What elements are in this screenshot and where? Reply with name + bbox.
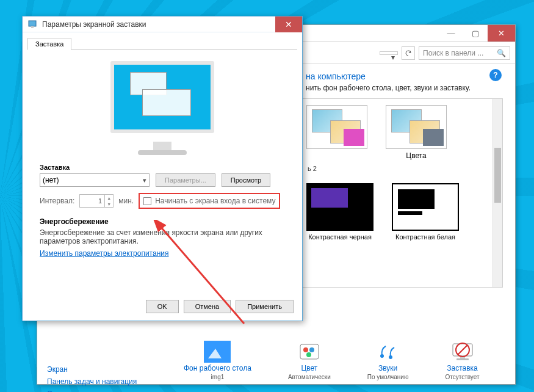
power-settings-link[interactable]: Изменить параметры электропитания	[40, 249, 168, 258]
spin-up-icon[interactable]: ▲	[105, 195, 113, 201]
help-button[interactable]: ?	[489, 69, 502, 81]
cp-sidebar: Экран Панель задач и навигация Специальн…	[47, 363, 140, 392]
scrollbar-thumb[interactable]	[494, 148, 501, 203]
desktop-background-link[interactable]: Фон рабочего стола img1	[184, 341, 251, 380]
theme-label: Контрастная белая	[392, 233, 459, 241]
dialog-body: Заставка (нет) Параметры... Просмотр Инт…	[23, 50, 302, 263]
settings-button[interactable]: Параметры...	[156, 173, 215, 187]
link-value: img1	[211, 374, 225, 380]
spin-down-icon[interactable]: ▼	[105, 201, 113, 207]
energy-text: Энергосбережение за счет изменения яркос…	[40, 228, 285, 245]
svg-rect-13	[29, 21, 36, 26]
theme-group-label: ь 2	[308, 165, 490, 172]
scrollbar[interactable]	[493, 99, 502, 287]
link-value: Отсутствует	[445, 374, 479, 380]
preview-button[interactable]: Просмотр	[222, 173, 270, 187]
tab-screensaver[interactable]: Заставка	[27, 38, 71, 50]
dialog-close-button[interactable]: ✕	[275, 16, 302, 32]
link-label: Фон рабочего стола	[184, 364, 251, 372]
minimize-button[interactable]: —	[439, 25, 463, 42]
interval-unit: мин.	[118, 197, 134, 205]
personalization-bottom-row: Фон рабочего стола img1 Цвет Автоматичес…	[159, 341, 480, 380]
ss-titlebar[interactable]: Параметры экранной заставки ✕	[23, 16, 302, 32]
svg-point-3	[303, 347, 308, 352]
svg-point-5	[306, 352, 311, 357]
link-label: Заставка	[447, 364, 478, 372]
link-label: Цвет	[301, 364, 317, 372]
ok-button[interactable]: OK	[146, 300, 179, 313]
select-value: (нет)	[43, 176, 59, 184]
sidebar-item-display[interactable]: Экран	[47, 363, 140, 376]
dialog-title: Параметры экранной заставки	[42, 20, 146, 29]
refresh-icon	[405, 49, 412, 57]
sidebar-item-taskbar[interactable]: Панель задач и навигация	[47, 376, 140, 388]
desktop-background-icon	[204, 341, 231, 363]
search-placeholder: Поиск в панели ...	[423, 49, 483, 57]
link-value: По умолчанию	[367, 374, 409, 380]
theme-label: Цвета	[406, 151, 426, 160]
theme-item-hc-black[interactable]: Контрастная черная	[306, 183, 373, 241]
sounds-link[interactable]: Звуки По умолчанию	[367, 341, 409, 380]
close-button[interactable]: ✕	[488, 25, 515, 42]
sounds-icon	[375, 341, 402, 363]
theme-item-hc-white[interactable]: Контрастная белая	[392, 183, 459, 241]
svg-point-7	[389, 355, 392, 359]
color-icon	[296, 341, 323, 363]
screensaver-link[interactable]: Заставка Отсутствует	[445, 341, 479, 380]
svg-point-4	[309, 347, 314, 352]
interval-label: Интервал:	[40, 197, 74, 205]
energy-header: Энергосбережение	[40, 217, 285, 226]
link-value: Автоматически	[288, 374, 331, 380]
energy-section: Энергосбережение Энергосбережение за сче…	[40, 217, 285, 258]
theme-label: Контрастная черная	[306, 233, 373, 241]
page-title: на компьютере	[306, 71, 503, 81]
screensaver-section-label: Заставка	[40, 164, 285, 171]
interval-spinner[interactable]: ▲▼	[79, 194, 114, 208]
search-input[interactable]: Поиск в панели ... 🔍	[419, 46, 510, 60]
svg-rect-10	[456, 358, 469, 360]
svg-point-6	[380, 354, 384, 358]
svg-rect-14	[31, 26, 34, 28]
interval-input[interactable]	[80, 196, 104, 206]
sidebar-item-ease[interactable]: Специальные возможности	[47, 388, 140, 392]
refresh-button[interactable]	[402, 46, 415, 60]
theme-item-colors[interactable]: Цвета	[386, 105, 447, 160]
link-label: Звуки	[378, 364, 397, 372]
monitor-preview	[104, 61, 220, 153]
page-subtitle: нить фон рабочего стола, цвет, звуки и з…	[306, 84, 503, 92]
search-icon: 🔍	[497, 49, 506, 57]
tabstrip: Заставка	[27, 37, 297, 50]
screensaver-icon	[449, 341, 476, 363]
resume-label: Начинать с экрана входа в систему	[155, 197, 275, 205]
resume-checkbox[interactable]	[143, 197, 151, 205]
screensaver-select[interactable]: (нет)	[40, 173, 150, 187]
themes-pane: Цвета ь 2 Контрастная черная Контрастная…	[294, 98, 503, 288]
apply-button[interactable]: Применить	[236, 300, 294, 313]
highlighted-option: Начинать с экрана входа в систему	[139, 193, 280, 209]
dialog-button-row: OK Отмена Применить	[146, 300, 294, 313]
dialog-icon	[27, 20, 37, 29]
maximize-button[interactable]: ▢	[463, 25, 488, 42]
screensaver-dialog: Параметры экранной заставки ✕ Заставка З…	[22, 16, 303, 321]
breadcrumb-dropdown[interactable]	[380, 51, 398, 55]
cancel-button[interactable]: Отмена	[184, 300, 231, 313]
color-link[interactable]: Цвет Автоматически	[288, 341, 331, 380]
theme-item[interactable]	[306, 105, 367, 160]
